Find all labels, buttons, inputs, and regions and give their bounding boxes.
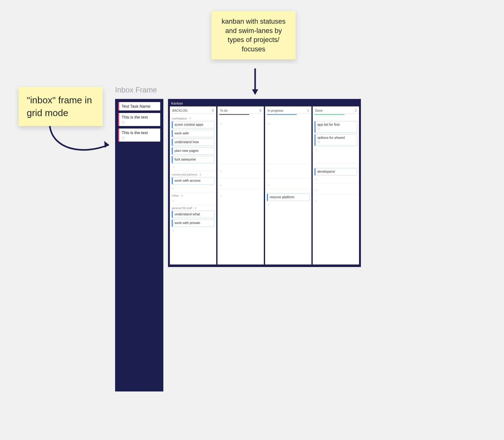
sticky-text: kanban with statuses and swim-lanes by t… (222, 17, 285, 53)
column-count: 3 (355, 109, 357, 112)
kanban-card[interactable]: understand what (172, 211, 214, 218)
column-count: 1 (307, 109, 309, 112)
inbox-card[interactable]: This is the text (118, 113, 160, 126)
lane-name: general PM stuff (172, 207, 192, 210)
add-card-button[interactable]: + (315, 188, 357, 193)
kanban-title: Kanban (171, 101, 359, 105)
sticky-note-kanban[interactable]: kanban with statuses and swim-lanes by t… (212, 11, 296, 59)
kanban-column-inprogress[interactable]: In progress 1 + + + rescore platform + (265, 106, 311, 264)
inbox-card[interactable]: Test Task Name (118, 102, 160, 110)
column-underline (315, 114, 344, 115)
column-header: To do 0 (219, 108, 262, 114)
lane-label: Other 0 (172, 194, 214, 197)
column-count: 0 (259, 109, 261, 112)
add-card-button[interactable]: + (219, 194, 262, 199)
lane-count: 7 (189, 117, 191, 120)
card-text: work with access (175, 179, 200, 182)
add-card-button[interactable]: + (267, 202, 310, 208)
inbox-frame[interactable]: Test Task Name This is the text This is … (115, 99, 163, 391)
card-text: options for shared (317, 136, 345, 139)
kanban-card[interactable]: understand how (172, 138, 214, 146)
add-card-button[interactable]: + (267, 121, 310, 127)
checkbox-icon (317, 140, 320, 143)
lane-count: 0 (181, 194, 183, 197)
kanban-card[interactable]: font awesome (172, 156, 214, 163)
add-card-button[interactable]: + (172, 198, 214, 204)
kanban-card[interactable]: work with (172, 130, 214, 137)
card-text: work with (175, 131, 189, 135)
kanban-card[interactable]: work with private (172, 219, 214, 227)
kanban-card[interactable]: score contest apps (172, 121, 214, 129)
lane-label: comms and partners 2 (172, 173, 214, 176)
column-header: Done 3 (315, 108, 357, 114)
kanban-columns: BACKLOG 8 marketplace 7 score contest ap… (170, 106, 359, 264)
inbox-card[interactable]: This is the text (118, 129, 160, 142)
checkbox-icon (122, 136, 125, 139)
column-name: Done (315, 109, 323, 112)
kanban-frame[interactable]: Kanban BACKLOG 8 marketplace 7 score con… (168, 99, 361, 267)
sticky-note-inbox[interactable]: "inbox" frame in grid mode (19, 87, 103, 126)
card-text: developers/ (317, 170, 335, 173)
card-text: score contest apps (175, 123, 203, 126)
add-card-button[interactable]: + (172, 228, 214, 234)
column-header: In progress 1 (267, 108, 310, 114)
lane-name: Other (172, 194, 179, 197)
kanban-column-backlog[interactable]: BACKLOG 8 marketplace 7 score contest ap… (170, 106, 216, 264)
kanban-card[interactable]: work with access (172, 177, 214, 185)
sticky-text: "inbox" frame in grid mode (27, 95, 92, 118)
card-text: app list for first (317, 123, 340, 126)
card-text: plan new pages (175, 149, 198, 152)
kanban-card[interactable]: plan new pages (172, 147, 214, 155)
lane-count: 3 (194, 207, 196, 210)
add-card-button[interactable]: + (219, 183, 262, 188)
add-card-button[interactable]: + (172, 186, 214, 191)
column-name: To do (220, 109, 227, 112)
checkbox-icon (317, 127, 320, 130)
column-name: BACKLOG (172, 109, 187, 112)
column-header: BACKLOG 8 (172, 108, 214, 114)
kanban-card[interactable]: options for shared (315, 134, 357, 146)
lane-name: marketplace (172, 117, 187, 120)
add-card-button[interactable]: + (172, 165, 214, 170)
add-card-button[interactable]: + (219, 121, 262, 127)
lane-name: comms and partners (172, 173, 197, 176)
lane-label: general PM stuff 3 (172, 207, 214, 210)
add-card-button[interactable]: + (315, 147, 357, 153)
lane-separator (172, 204, 214, 205)
inbox-card-text: This is the text (122, 130, 148, 135)
kanban-column-done[interactable]: Done 3 app list for first options for sh… (313, 106, 359, 264)
card-text: rescore platform (270, 195, 294, 199)
card-text: font awesome (175, 157, 196, 161)
kanban-column-todo[interactable]: To do 0 + + + + (217, 106, 264, 264)
add-card-button[interactable]: + (267, 169, 310, 174)
inbox-card-text: This is the text (122, 115, 148, 119)
arrow-top-to-kanban (249, 67, 261, 98)
lane-separator (172, 192, 214, 192)
kanban-card[interactable]: developers/ (315, 168, 357, 176)
card-text: work with private (175, 221, 200, 225)
card-text: understand how (175, 140, 199, 144)
column-name: In progress (268, 109, 283, 112)
lane-separator (172, 171, 214, 171)
add-card-button[interactable]: + (219, 169, 262, 174)
column-underline (267, 114, 297, 115)
lane-count: 2 (200, 173, 201, 176)
add-card-button[interactable]: + (267, 183, 310, 188)
inbox-frame-label: Inbox Frame (115, 86, 157, 94)
add-card-button[interactable]: + (315, 199, 357, 204)
checkbox-icon (122, 121, 125, 124)
add-card-button[interactable]: + (315, 177, 357, 182)
lane-label: marketplace 7 (172, 117, 214, 120)
column-underline (219, 114, 249, 115)
inbox-card-text: Test Task Name (122, 104, 150, 109)
column-count: 8 (212, 109, 214, 112)
kanban-card[interactable]: app list for first (315, 121, 357, 133)
card-text: understand what (175, 212, 200, 216)
arrow-left-to-inbox (45, 123, 117, 163)
kanban-card[interactable]: rescore platform (267, 194, 310, 201)
